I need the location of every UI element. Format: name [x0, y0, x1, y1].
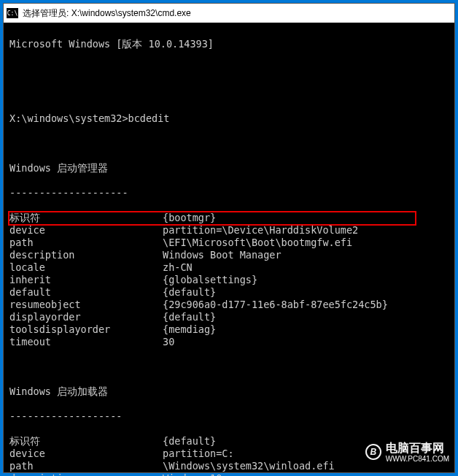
- entry-key: 标识符: [9, 212, 163, 224]
- entry-key: default: [9, 286, 163, 299]
- watermark-text: 电脑百事网: [386, 442, 444, 454]
- entry-row: default{default}: [9, 286, 449, 299]
- entry-key: 标识符: [9, 435, 163, 448]
- entry-value: {default}: [163, 311, 216, 323]
- entry-value: {default}: [163, 286, 216, 299]
- entry-key: path: [9, 460, 163, 472]
- entry-value: {29c906a0-d177-11e6-8abf-87ee5fc24c5b}: [163, 299, 388, 311]
- section-title-bootmgr: Windows 启动管理器: [9, 162, 449, 174]
- watermark-url: WWW.PC841.COM: [386, 455, 449, 463]
- entry-row: displayorder{default}: [9, 311, 449, 323]
- entry-value: \EFI\Microsoft\Boot\bootmgfw.efi: [163, 237, 352, 249]
- titlebar[interactable]: C:\ 选择管理员: X:\windows\system32\cmd.exe: [4, 4, 454, 23]
- entry-row: 标识符{bootmgr}: [9, 212, 449, 224]
- prompt-line: X:\windows\system32>bcdedit: [9, 112, 449, 125]
- entry-value: Windows Boot Manager: [163, 249, 282, 261]
- cmd-icon: C:\: [7, 8, 18, 18]
- entry-value: 30: [163, 336, 174, 348]
- entry-value: {default}: [163, 435, 216, 448]
- entry-value: {globalsettings}: [163, 274, 257, 286]
- entry-key: description: [9, 249, 163, 261]
- entry-value: {bootmgr}: [163, 212, 216, 224]
- entry-key: resumeobject: [9, 299, 163, 311]
- cmd-window: C:\ 选择管理员: X:\windows\system32\cmd.exe M…: [3, 3, 455, 473]
- watermark-logo-icon: B: [365, 444, 381, 460]
- window-title: 选择管理员: X:\windows\system32\cmd.exe: [23, 7, 191, 20]
- entry-row: descriptionWindows Boot Manager: [9, 249, 449, 261]
- entry-row: localezh-CN: [9, 261, 449, 274]
- entry-value: Windows 10: [163, 472, 222, 476]
- entry-key: description: [9, 472, 163, 476]
- boot-manager-entries: 标识符{bootmgr}devicepartition=\Device\Hard…: [9, 212, 449, 348]
- entry-value: zh-CN: [163, 261, 193, 274]
- entry-key: toolsdisplayorder: [9, 323, 163, 336]
- terminal-output[interactable]: Microsoft Windows [版本 10.0.14393] X:\win…: [4, 23, 454, 476]
- entry-value: {memdiag}: [163, 323, 216, 336]
- version-line: Microsoft Windows [版本 10.0.14393]: [9, 38, 449, 50]
- section-title-loader: Windows 启动加载器: [9, 385, 449, 398]
- entry-key: locale: [9, 261, 163, 274]
- entry-key: device: [9, 448, 163, 460]
- entry-value: partition=\Device\HarddiskVolume2: [163, 224, 358, 237]
- entry-key: path: [9, 237, 163, 249]
- entry-key: timeout: [9, 336, 163, 348]
- command-text: bcdedit: [128, 112, 170, 124]
- entry-key: displayorder: [9, 311, 163, 323]
- entry-row: toolsdisplayorder{memdiag}: [9, 323, 449, 336]
- divider: --------------------: [9, 187, 449, 199]
- entry-row: descriptionWindows 10: [9, 472, 449, 476]
- entry-row: devicepartition=\Device\HarddiskVolume2: [9, 224, 449, 237]
- entry-key: inherit: [9, 274, 163, 286]
- watermark: B 电脑百事网 WWW.PC841.COM: [365, 441, 449, 463]
- entry-key: device: [9, 224, 163, 237]
- entry-row: path\EFI\Microsoft\Boot\bootmgfw.efi: [9, 237, 449, 249]
- entry-row: inherit{globalsettings}: [9, 274, 449, 286]
- entry-value: partition=C:: [163, 448, 234, 460]
- divider: -------------------: [9, 410, 449, 423]
- entry-value: \Windows\system32\winload.efi: [163, 460, 335, 472]
- entry-row: timeout30: [9, 336, 449, 348]
- entry-row: resumeobject{29c906a0-d177-11e6-8abf-87e…: [9, 299, 449, 311]
